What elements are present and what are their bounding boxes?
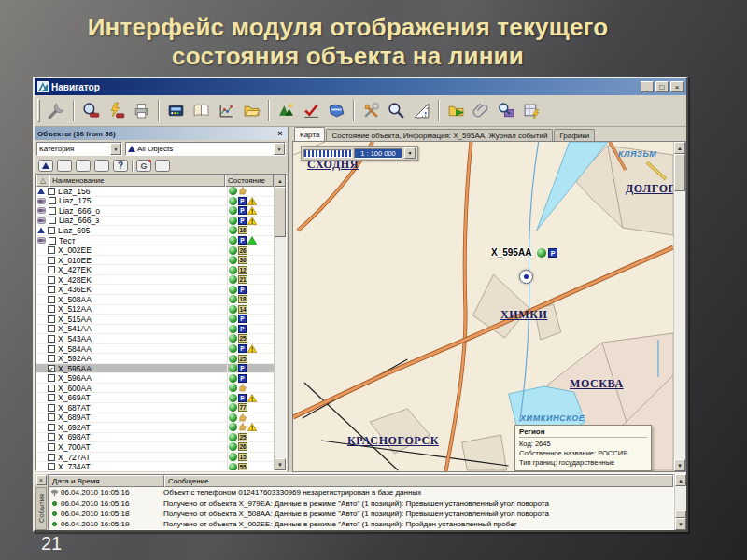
row-checkbox[interactable]	[48, 246, 55, 254]
object-row[interactable]: Liaz_666_зP!	[36, 217, 274, 227]
log-message-column-header[interactable]: Сообщение	[164, 475, 673, 487]
scale-dropdown-arrow-icon[interactable]: ▼	[404, 147, 416, 159]
map-scroll-down-icon[interactable]: ▼	[674, 459, 685, 471]
tab-graphs[interactable]: Графики	[554, 129, 595, 141]
row-checkbox[interactable]	[48, 374, 55, 382]
event-alerts-button[interactable]	[520, 99, 543, 123]
map-scroll-up-icon[interactable]: ▲	[674, 142, 685, 154]
map-edit-button[interactable]	[325, 99, 348, 123]
object-row[interactable]: Liaz_156	[36, 187, 274, 197]
object-row[interactable]: X_669ATP!	[36, 393, 274, 403]
row-checkbox[interactable]	[48, 404, 55, 412]
vehicle-marker[interactable]	[519, 270, 533, 284]
category-dropdown[interactable]: Категория ▼	[36, 142, 122, 156]
objects-panel-close-button[interactable]: ×	[275, 130, 285, 138]
row-checkbox[interactable]	[48, 424, 55, 431]
object-row[interactable]: Liaz_69516	[36, 226, 274, 236]
minimize-button[interactable]: _	[641, 81, 654, 92]
filter-help-button[interactable]: ?	[113, 160, 128, 172]
row-checkbox[interactable]	[48, 355, 55, 362]
object-row[interactable]: X_428EK21	[36, 275, 274, 286]
object-row[interactable]: X_700AT26	[36, 442, 274, 453]
log-scrollbar-track[interactable]	[675, 486, 686, 511]
maximize-button[interactable]: □	[655, 81, 669, 92]
filter-flash-button[interactable]	[94, 160, 109, 172]
toolbar-grip[interactable]	[37, 99, 40, 122]
log-row[interactable]: 06.04.2010 16:05:19Получено от объекта X…	[49, 519, 673, 529]
row-checkbox[interactable]	[48, 345, 55, 353]
filter-waypoint-button[interactable]	[155, 160, 170, 172]
object-row[interactable]: X_596AAP	[36, 373, 274, 384]
filter-all-button[interactable]	[38, 160, 53, 172]
log-row[interactable]: 06.04.2010 16:05:18Получено от объекта X…	[49, 509, 673, 519]
row-checkbox[interactable]	[48, 266, 55, 273]
row-checkbox[interactable]	[49, 217, 56, 224]
object-row[interactable]: X_427EK12	[36, 265, 274, 275]
tab-map[interactable]: Карта	[294, 127, 325, 141]
measure-ruler-button[interactable]	[410, 99, 433, 123]
scale-slider[interactable]	[303, 149, 352, 158]
object-row[interactable]: X_727AT15	[36, 453, 274, 463]
object-row[interactable]: X_600AA	[36, 384, 274, 394]
row-checkbox[interactable]	[48, 394, 55, 401]
sort-column-header[interactable]: △	[36, 175, 49, 187]
map-scrollbar[interactable]: ▲ ▼	[673, 142, 685, 471]
object-row[interactable]: X_541AAP	[36, 325, 274, 335]
attachments-button[interactable]	[470, 99, 493, 123]
row-checkbox[interactable]	[49, 237, 56, 245]
object-row[interactable]: Liaz_666_oP!	[36, 206, 274, 217]
scrollbar-track[interactable]	[275, 237, 286, 458]
object-row[interactable]: X_508AA18	[36, 295, 274, 305]
category-dropdown-arrow-icon[interactable]: ▼	[110, 143, 121, 155]
route-check-button[interactable]	[300, 99, 323, 123]
open-folder-button[interactable]	[240, 99, 263, 123]
tab-state-info-log[interactable]: Состояние объекта, Информация: X_595AA, …	[326, 129, 553, 141]
row-checkbox[interactable]	[48, 296, 55, 303]
row-checkbox[interactable]	[48, 305, 55, 313]
object-row[interactable]: Liaz_175P!	[36, 197, 274, 207]
close-button[interactable]: ×	[670, 81, 684, 92]
object-row[interactable]: X_543AA25	[36, 334, 274, 344]
scroll-down-icon[interactable]: ▼	[275, 458, 286, 470]
row-checkbox[interactable]	[48, 454, 55, 461]
row-checkbox[interactable]	[48, 335, 55, 343]
state-column-header[interactable]: Состояние	[225, 175, 274, 187]
log-scroll-down-icon[interactable]: ▼	[675, 518, 686, 530]
objects-dropdown-arrow-icon[interactable]: ▼	[274, 143, 285, 155]
object-row[interactable]: X_689AT	[36, 413, 274, 424]
log-scroll-up-icon[interactable]: ▲	[675, 474, 686, 486]
object-row[interactable]: X_692AT!	[36, 423, 274, 433]
scroll-up-icon[interactable]: ▲	[275, 175, 286, 187]
find-vehicle-button[interactable]	[79, 99, 103, 123]
row-checkbox[interactable]	[48, 413, 55, 421]
row-checkbox[interactable]	[48, 385, 55, 392]
object-row[interactable]: ТестP	[36, 236, 274, 246]
object-row[interactable]: X_010EE36	[36, 256, 274, 266]
row-checkbox[interactable]	[48, 257, 55, 264]
export-folder-button[interactable]	[444, 99, 468, 123]
locate-vehicle-button[interactable]	[105, 99, 128, 123]
event-log-close-button[interactable]: ×	[36, 475, 47, 485]
row-checkbox[interactable]	[48, 286, 55, 293]
row-checkbox[interactable]	[48, 325, 55, 332]
scrollbar-thumb[interactable]	[275, 187, 286, 237]
log-scrollbar-thumb[interactable]	[675, 511, 686, 518]
object-row[interactable]: X_584AAP!	[36, 344, 274, 355]
row-checkbox[interactable]	[48, 227, 55, 234]
map-nature-button[interactable]	[275, 99, 298, 123]
wrench-tool-button[interactable]	[45, 99, 68, 123]
device-settings-button[interactable]	[164, 99, 188, 123]
object-row[interactable]: ✓X_595AAP	[36, 364, 274, 374]
log-date-column-header[interactable]: Дата и Время	[49, 475, 164, 487]
object-row[interactable]: X_515AAP	[36, 315, 274, 325]
name-column-header[interactable]: Наименование	[49, 175, 225, 187]
charts-button[interactable]	[215, 99, 238, 123]
row-checkbox[interactable]	[48, 433, 55, 441]
log-row[interactable]: 06.04.2010 16:05:16Получено от объекта X…	[49, 497, 673, 508]
filter-clock-button[interactable]	[57, 160, 72, 172]
object-row[interactable]: X_734AT55	[36, 462, 274, 470]
window-titlebar[interactable]: Навигатор _□×	[35, 78, 686, 95]
objects-list-scrollbar[interactable]: ▲ ▼	[274, 175, 286, 470]
row-checkbox[interactable]	[48, 188, 55, 195]
map-canvas[interactable]	[293, 142, 673, 471]
